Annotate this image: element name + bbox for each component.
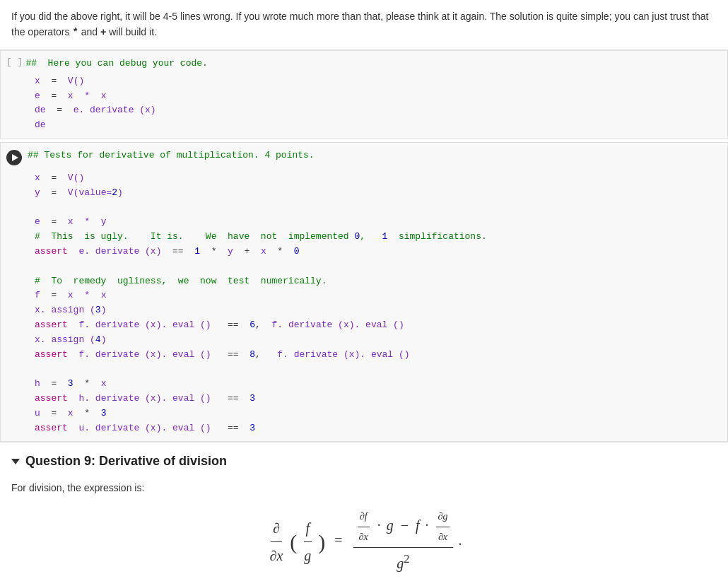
fraction-partial: ∂ ∂x — [268, 516, 286, 568]
var-de2: de — [35, 119, 46, 130]
cell-tests: ## Tests for derivative of multiplicatio… — [0, 142, 728, 442]
top-note: If you did the above right, it will be 4… — [0, 0, 728, 50]
operator-multiply: * — [72, 27, 78, 38]
cell-comment: ## Here you can debug your code. — [25, 57, 207, 69]
operator-plus: + — [100, 27, 106, 38]
section-q9-header: Question 9: Derivative of division — [0, 442, 728, 474]
fraction-dg: ∂g ∂x — [436, 508, 450, 546]
partial-d-operator: ∂ ∂x ( f g ) = ∂f ∂x · g — [266, 532, 462, 548]
fraction-fg: f g — [302, 516, 313, 568]
math-formula: ∂ ∂x ( f g ) = ∂f ∂x · g — [11, 497, 717, 586]
top-note-text: If you did the above right, it will be 4… — [11, 11, 709, 37]
equals-sign: = — [334, 532, 342, 548]
partial-numer: ∂ — [271, 516, 282, 542]
g-term: g — [387, 517, 394, 533]
fg-denom: g — [302, 542, 313, 568]
var-e: e — [35, 90, 40, 101]
period: . — [458, 532, 462, 548]
big-paren-right: ) — [318, 530, 325, 553]
expr-x-x: x * x — [68, 90, 107, 101]
fg-numer: f — [304, 516, 312, 542]
rhs-denom: g2 — [394, 548, 411, 575]
partial-denom: ∂x — [268, 542, 286, 568]
cell-bracket: [ ] — [6, 57, 23, 67]
fraction-rhs: ∂f ∂x · g − f · ∂g ∂x g2 — [353, 508, 454, 575]
cell-header-tests: ## Tests for derivative of multiplicatio… — [1, 143, 727, 165]
section-intro-q9: For division, the expression is: — [11, 480, 717, 497]
var-x: x — [35, 76, 40, 86]
chevron-down-icon — [11, 459, 20, 464]
run-icon — [12, 154, 18, 161]
run-button[interactable] — [6, 150, 22, 165]
big-paren-left: ( — [290, 530, 297, 553]
cell-comment-tests: ## Tests for derivative of multiplicatio… — [28, 148, 315, 160]
cell-code-debug: x = V() e = x * x de = e. derivate (x) d… — [1, 69, 727, 139]
call-v1: V() — [68, 76, 84, 86]
comment-tests: ## Tests for derivative of multiplicatio… — [28, 150, 315, 160]
cell-header-debug: [ ] ## Here you can debug your code. — [1, 51, 727, 69]
f-term: f — [416, 517, 420, 533]
var-de: de — [35, 105, 46, 115]
dot2: · — [425, 517, 429, 533]
fraction-df: ∂f ∂x — [357, 508, 370, 546]
comment-hash: ## Here you can debug your code. — [25, 58, 207, 69]
call-derivate1: e. derivate (x) — [74, 105, 156, 115]
cell-debug: [ ] ## Here you can debug your code. x =… — [0, 50, 728, 139]
minus-sign: − — [401, 517, 409, 533]
section-body-q9: For division, the expression is: ∂ ∂x ( … — [0, 474, 728, 586]
dot1: · — [377, 517, 381, 533]
rhs-numer: ∂f ∂x · g − f · ∂g ∂x — [353, 508, 454, 548]
section-title-q9: Question 9: Derivative of division — [25, 454, 227, 469]
cell-code-tests: x = V() y = V(value=2) e = x * y # This … — [1, 165, 727, 441]
